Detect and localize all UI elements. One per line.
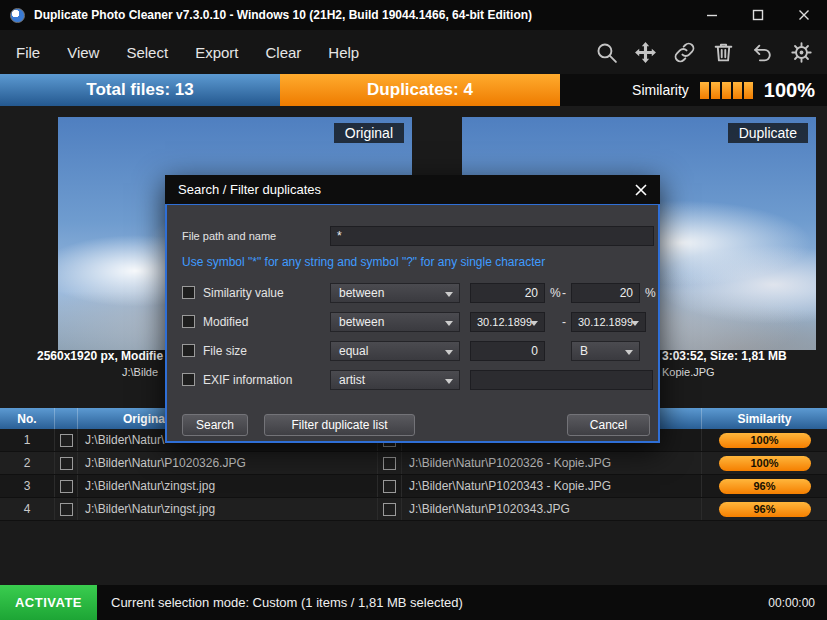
duplicate-path[interactable]: J:\Bilder\Natur\P1020343 - Kopie.JPG	[402, 475, 702, 497]
filesize-checkbox[interactable]	[182, 344, 195, 357]
undo-icon[interactable]	[751, 41, 774, 64]
link-icon[interactable]	[673, 41, 696, 64]
similarity-meter-segment	[733, 82, 742, 99]
window-controls	[689, 0, 827, 30]
similarity-meter-segment	[711, 82, 720, 99]
chevron-down-icon	[445, 379, 453, 384]
settings-gear-icon[interactable]	[790, 41, 813, 64]
duplicate-badge: Duplicate	[728, 123, 808, 143]
titlebar: Duplicate Photo Cleaner v7.3.0.10 - Wind…	[0, 0, 827, 30]
modified-filter-label: Modified	[203, 312, 248, 332]
close-icon	[634, 183, 648, 197]
dialog-title: Search / Filter duplicates	[178, 182, 321, 197]
similarity-from-input[interactable]: 20	[470, 283, 545, 303]
status-bar: ACTIVATE Current selection mode: Custom …	[0, 585, 827, 620]
search-button[interactable]: Search	[182, 414, 248, 436]
modified-to-date-picker[interactable]: 30.12.1899	[571, 312, 646, 332]
duplicate-path[interactable]: J:\Bilder\Natur\P1020343.JPG	[402, 498, 702, 520]
chevron-down-icon	[445, 292, 453, 297]
row-number: 3	[0, 475, 55, 497]
original-checkbox[interactable]	[60, 503, 73, 516]
search-filter-dialog: Search / Filter duplicates File path and…	[165, 175, 660, 443]
exif-checkbox[interactable]	[182, 373, 195, 386]
duplicate-photo-info: 3:03:52, Size: 1,81 MB	[662, 349, 787, 363]
wildcard-hint: Use symbol "*" for any string and symbol…	[182, 255, 545, 269]
chevron-down-icon	[445, 350, 453, 355]
original-photo-path: J:\Bilde	[122, 366, 158, 378]
exif-field-dropdown[interactable]: artist	[330, 370, 460, 390]
maximize-button[interactable]	[735, 0, 781, 30]
header-original-checkbox-col	[55, 408, 78, 429]
similarity-meter-segment	[700, 82, 709, 99]
total-files-stat: Total files: 13	[0, 74, 280, 106]
close-icon	[798, 9, 810, 21]
similarity-filter-label: Similarity value	[203, 283, 284, 303]
exif-value-input[interactable]	[470, 370, 653, 390]
filesize-unit-dropdown[interactable]: B	[571, 341, 640, 361]
menubar: File View Select Export Clear Help	[0, 30, 827, 74]
similarity-meter-segment	[744, 82, 753, 99]
window-title: Duplicate Photo Cleaner v7.3.0.10 - Wind…	[34, 8, 532, 22]
similarity-operator-dropdown[interactable]: between	[330, 283, 460, 303]
modified-from-date-picker[interactable]: 30.12.1899	[470, 312, 545, 332]
original-badge: Original	[334, 123, 404, 143]
cancel-button[interactable]: Cancel	[567, 414, 650, 436]
filesize-operator-dropdown[interactable]: equal	[330, 341, 460, 361]
duplicate-path[interactable]: J:\Bilder\Natur\P1020326 - Kopie.JPG	[402, 452, 702, 474]
table-row[interactable]: 3 J:\Bilder\Natur\zingst.jpg J:\Bilder\N…	[0, 475, 827, 498]
duplicates-stat: Duplicates: 4	[280, 74, 560, 106]
app-icon	[10, 8, 25, 23]
range-dash: -	[562, 283, 566, 303]
original-path[interactable]: J:\Bilder\Natur\P1020326.JPG	[78, 452, 378, 474]
stats-bar: Total files: 13 Duplicates: 4 Similarity…	[0, 74, 827, 106]
filesize-value-input[interactable]: 0	[470, 341, 545, 361]
similarity-to-input[interactable]: 20	[571, 283, 640, 303]
similarity-badge: 96%	[719, 479, 811, 494]
table-row[interactable]: 2 J:\Bilder\Natur\P1020326.JPG J:\Bilder…	[0, 452, 827, 475]
dialog-close-button[interactable]	[634, 183, 648, 197]
modified-operator-dropdown[interactable]: between	[330, 312, 460, 332]
similarity-value: 100%	[764, 79, 815, 102]
menu-item-select[interactable]: Select	[126, 44, 168, 61]
dialog-titlebar: Search / Filter duplicates	[165, 175, 660, 205]
exif-filter-label: EXIF information	[203, 370, 292, 390]
header-no: No.	[0, 408, 55, 429]
minimize-button[interactable]	[689, 0, 735, 30]
move-icon[interactable]	[634, 41, 657, 64]
menu-item-export[interactable]: Export	[195, 44, 238, 61]
table-row[interactable]: 4 J:\Bilder\Natur\zingst.jpg J:\Bilder\N…	[0, 498, 827, 521]
activate-button[interactable]: ACTIVATE	[0, 585, 97, 620]
duplicate-checkbox[interactable]	[383, 480, 396, 493]
chevron-down-icon	[445, 321, 453, 326]
similarity-badge: 100%	[719, 433, 811, 448]
menu-item-clear[interactable]: Clear	[265, 44, 301, 61]
original-checkbox[interactable]	[60, 457, 73, 470]
duplicate-photo-path: Kopie.JPG	[662, 366, 715, 378]
menu-item-help[interactable]: Help	[328, 44, 359, 61]
modified-checkbox[interactable]	[182, 315, 195, 328]
similarity-stat: Similarity 100%	[560, 74, 827, 106]
file-path-label: File path and name	[182, 226, 276, 246]
row-number: 4	[0, 498, 55, 520]
close-button[interactable]	[781, 0, 827, 30]
file-path-input[interactable]: *	[330, 226, 654, 246]
search-icon[interactable]	[595, 41, 618, 64]
menu: File View Select Export Clear Help	[0, 44, 359, 61]
similarity-label: Similarity	[632, 82, 689, 98]
app-window: Duplicate Photo Cleaner v7.3.0.10 - Wind…	[0, 0, 827, 620]
timer: 00:00:00	[768, 596, 827, 610]
range-dash: -	[562, 312, 566, 332]
duplicate-checkbox[interactable]	[383, 457, 396, 470]
filter-duplicate-list-button[interactable]: Filter duplicate list	[264, 414, 415, 436]
filter-row-exif: EXIF information artist	[167, 370, 658, 390]
menu-item-file[interactable]: File	[16, 44, 40, 61]
trash-icon[interactable]	[712, 41, 735, 64]
similarity-checkbox[interactable]	[182, 286, 195, 299]
menu-item-view[interactable]: View	[67, 44, 99, 61]
original-checkbox[interactable]	[60, 434, 73, 447]
original-checkbox[interactable]	[60, 480, 73, 493]
duplicate-checkbox[interactable]	[383, 503, 396, 516]
similarity-meter[interactable]	[700, 82, 753, 99]
original-path[interactable]: J:\Bilder\Natur\zingst.jpg	[78, 498, 378, 520]
original-path[interactable]: J:\Bilder\Natur\zingst.jpg	[78, 475, 378, 497]
